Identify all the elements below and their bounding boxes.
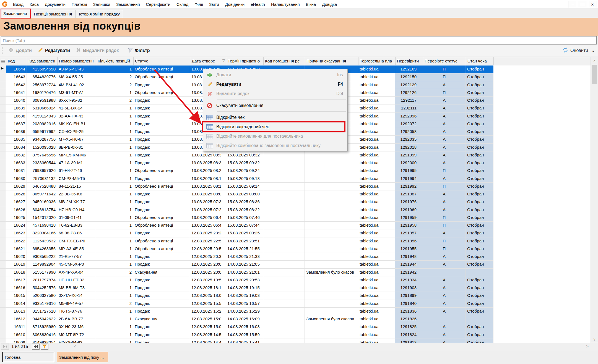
table-row[interactable]: 166149335179316M5-8P-4P-572Продаж12.08.2… xyxy=(0,300,591,308)
cell: 1291840 xyxy=(395,300,423,308)
table-row[interactable]: 166138151727518TK-T5-87-761Продаж12.08.2… xyxy=(0,308,591,315)
horizontal-scrollbar[interactable]: < > xyxy=(48,343,598,350)
grid-corner-button[interactable] xyxy=(0,57,6,65)
table-row[interactable]: 1661294450426222B-6A-BB-771Скасування12.… xyxy=(0,315,591,323)
table-row[interactable]: 16623822038416668-08-P8-861Продаж12.08.2… xyxy=(0,229,591,237)
menubar-item-замовлення[interactable]: Замовлення xyxy=(113,2,143,7)
menubar-item-каса[interactable]: Каса xyxy=(27,2,42,7)
menubar-item-вихід[interactable]: Вихід xyxy=(10,2,27,7)
column-header-6[interactable]: Дата створе▽ xyxy=(190,57,226,65)
menubar-item-вікна[interactable]: Вікна xyxy=(303,2,319,7)
menubar-item-довідка[interactable]: Довідка xyxy=(319,2,340,7)
vertical-scrollbar-thumb[interactable] xyxy=(592,65,597,84)
scroll-up-icon[interactable]: ∧ xyxy=(591,57,598,64)
table-row[interactable]: 16629646752848884-11-21-151Оброблено в а… xyxy=(0,183,591,190)
table-row[interactable]: 166244571698418T0-62-E8-B31Оброблено в а… xyxy=(0,222,591,229)
taskbar-home-button[interactable]: Головна xyxy=(2,352,54,362)
column-header-2[interactable]: Код замовлен xyxy=(27,57,58,65)
refresh-button[interactable]: Оновити xyxy=(562,45,588,56)
scroll-left-icon[interactable]: < xyxy=(74,344,76,349)
close-button[interactable]: ✕ xyxy=(588,1,597,8)
table-row[interactable]: 166093149838054H2-K9-64-921Продаж12.08.2… xyxy=(0,339,591,343)
menubar-item-налаштування[interactable]: Налаштування xyxy=(268,2,303,7)
table-row[interactable]: 1661552063275800X-TA-X6-141Продаж12.08.2… xyxy=(0,292,591,300)
search-input[interactable] xyxy=(1,36,597,44)
cell: tabletki.ua xyxy=(358,128,395,136)
table-row[interactable]: 16620930356522221-E5-77-571Продаж12.08.2… xyxy=(0,253,591,261)
scroll-down-icon[interactable]: ∨ xyxy=(591,336,598,343)
menubar-item-ehealth[interactable]: eHealth xyxy=(248,2,268,7)
cell: 12.08.2025 23:2 xyxy=(190,229,226,237)
table-row[interactable]: 16619114989290445-CM-6X-P01Продаж12.08.2… xyxy=(0,261,591,268)
cell: 15.08.2025 09:14 xyxy=(226,183,263,190)
tab-позиції-замовлення[interactable]: Позиції замовлення xyxy=(30,10,75,18)
column-header-10[interactable]: Торговельна пла xyxy=(358,57,396,65)
table-row[interactable]: 16631799395762661-H4-2T-461Оброблено в а… xyxy=(0,167,591,175)
cell: 1 xyxy=(96,292,133,300)
last-record-button[interactable] xyxy=(32,344,40,350)
tab-історія-зміни-порядку[interactable]: Історія зміни порядку xyxy=(76,10,123,18)
table-row[interactable]: 166221125439532CM-TX-EB-P01Оброблено в а… xyxy=(0,237,591,245)
vertical-scrollbar[interactable]: ∧ ∨ xyxy=(591,57,598,343)
menu-item-додати[interactable]: ДодатиIns xyxy=(203,70,347,80)
tab-замовлення[interactable]: Замовлення xyxy=(0,9,30,18)
menubar-item-залишки[interactable]: Залишки xyxy=(90,2,113,7)
menubar-item-довідники[interactable]: Довідники xyxy=(222,2,248,7)
table-row[interactable]: 166103063830416M0-MT-8P-721Продаж12.08.2… xyxy=(0,331,591,339)
table-row[interactable]: 166165044252576M8-BB-6M-T31Продаж12.08.2… xyxy=(0,284,591,292)
table-row[interactable]: 16633233336054447-1A-39-M11Продаж13.08.2… xyxy=(0,159,591,167)
menu-item-видалити-рядок[interactable]: Видалити рядокDel xyxy=(203,89,347,98)
cell xyxy=(305,159,358,167)
table-row[interactable]: 16625154231202001-09-X1-411Оброблено в а… xyxy=(0,214,591,222)
menu-item-скасувати-замовлення[interactable]: Скасувати замовлення xyxy=(203,101,347,110)
column-header-8[interactable]: Код погашення ре xyxy=(264,57,305,65)
table-row[interactable]: 166172811797874HE-HH-ET-321Продаж12.08.2… xyxy=(0,276,591,284)
column-header-9[interactable]: Причина скасування xyxy=(305,57,358,65)
table-row[interactable]: 166307570631132CM-P8-M5-T51Продаж13.08.2… xyxy=(0,175,591,183)
toolbar-button-додати[interactable]: Додати xyxy=(6,47,35,54)
menubar-item-документи[interactable]: Документи xyxy=(42,2,69,7)
cell: П xyxy=(423,183,466,190)
cross-icon xyxy=(203,91,216,96)
minimize-button[interactable]: – xyxy=(568,1,577,8)
menu-item-відкрийте-чек[interactable]: Відкрийте чек xyxy=(203,113,347,122)
menubar-item-філії[interactable]: Філії xyxy=(191,2,206,7)
menubar-item-склад[interactable]: Склад xyxy=(173,2,191,7)
column-header-1[interactable]: Код xyxy=(6,57,27,65)
menu-item-редагувати[interactable]: РедагуватиF4 xyxy=(203,80,347,89)
table-row[interactable]: 1661187139259800X-H0-23-M61Продаж12.08.2… xyxy=(0,323,591,331)
column-header-5[interactable]: Статус xyxy=(134,57,190,65)
table-row[interactable]: 166185155177990AX-4P-XA-042Скасування12.… xyxy=(0,269,591,276)
column-header-4[interactable]: Кількість позицій xyxy=(96,57,134,65)
menu-item-відкрити-відкладений-чек[interactable]: Відкрити відкладений чек xyxy=(203,122,347,132)
table-row[interactable]: 16628865977164222-9B-36-K61Продаж13.08.2… xyxy=(0,190,591,198)
menu-item-відкрийте-замовлення-для-постачальника[interactable]: Відкрийте замовлення для постачальника xyxy=(203,132,347,141)
taskbar-active-window-button[interactable]: Замовлення від поку ... xyxy=(57,352,108,362)
cell: 2811797874 xyxy=(27,276,57,284)
toolbar-button-фільтр[interactable]: Фільтр xyxy=(125,48,152,54)
table-row[interactable]: 166216954268356MP-A3-4E-851Оброблено в а… xyxy=(0,245,591,253)
scroll-right-icon[interactable]: > xyxy=(586,344,589,349)
menu-item-відкрийте-комбіноване-замовлення-постачальнику[interactable]: Відкрийте комбіноване замовлення постача… xyxy=(203,141,347,150)
table-row[interactable]: 166266046813754H7-HB-C9-H41Продаж13.08.2… xyxy=(0,206,591,214)
cell: 8220384166 xyxy=(27,229,57,237)
menubar-item-сертифікати[interactable]: Сертифікати xyxy=(143,2,173,7)
column-header-3[interactable]: Номер замовленн xyxy=(58,57,96,65)
first-record-button[interactable] xyxy=(1,344,9,350)
navigator-filter-button[interactable] xyxy=(41,344,48,350)
column-header-11[interactable]: Перевірити xyxy=(396,57,423,65)
column-header-12[interactable]: Перевірте статус xyxy=(423,57,466,65)
menubar-item-платежі[interactable]: Платежі xyxy=(69,2,90,7)
table-row[interactable]: 166279459169036MB-2M-XK-771Продаж13.08.2… xyxy=(0,198,591,206)
toolbar-grip[interactable] xyxy=(2,47,3,54)
table-row[interactable]: 166328757645556MP-E5-KM-M61Продаж13.08.2… xyxy=(0,151,591,159)
toolbar-button-редагувати[interactable]: Редагувати xyxy=(35,47,73,54)
column-header-13[interactable]: Стан чека xyxy=(466,57,494,65)
cell: 5044252576 xyxy=(27,284,57,292)
toolbar-button-видалити-рядок[interactable]: Видалити рядок xyxy=(73,47,121,54)
menubar-item-звіти[interactable]: Звіти xyxy=(206,2,222,7)
refresh-dropdown-icon[interactable]: ▼ xyxy=(592,50,595,53)
restore-button[interactable] xyxy=(578,1,587,8)
menu-item-shortcut: Del xyxy=(336,91,343,96)
column-header-7[interactable]: Термін придатно xyxy=(226,57,264,65)
